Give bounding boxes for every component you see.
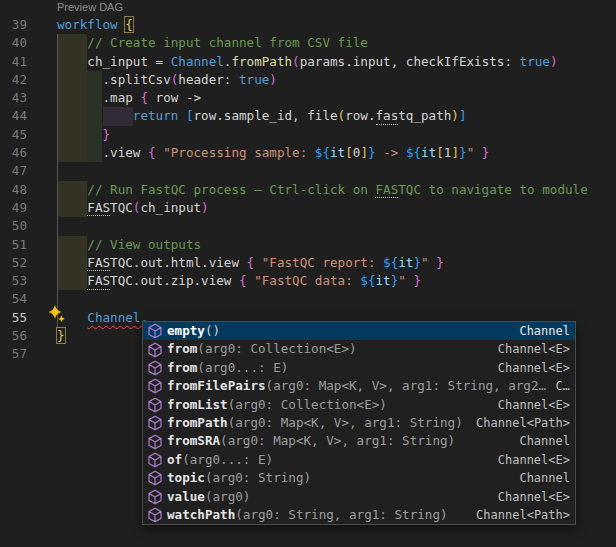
code-text: workflow { [57,17,133,32]
code-line [57,290,616,308]
suggestion-item[interactable]: fromFilePairs(arg0: Map<K, V>, arg1: Str… [143,377,575,395]
suggestion-type: C… [546,377,570,395]
code-text: // View outputs [57,237,201,252]
line-number: 48 [0,181,27,199]
line-number: 51 [0,236,27,254]
suggestion-label: value(arg0) [167,488,488,506]
gutter: 39404142434445464748495051525354555657 [0,16,27,364]
code-editor: Preview DAG 3940414243444546474849505152… [0,0,616,547]
code-text: .view { "Processing sample: ${it[0]} -> … [57,145,489,160]
line-number: 49 [0,199,27,217]
suggestion-item[interactable]: value(arg0)Channel<E> [143,488,575,506]
suggestion-label: fromPath(arg0: Map<K, V>, arg1: String) [167,414,466,432]
code-text: } [57,328,65,343]
suggestion-label: fromSRA(arg0: Map<K, V>, arg1: String) [167,432,509,450]
code-text: // Create input channel from CSV file [57,35,368,50]
suggestion-item[interactable]: fromList(arg0: Collection<E>)Channel<E> [143,396,575,414]
suggestion-item[interactable]: of(arg0...: E)Channel<E> [143,451,575,469]
suggestion-type: Channel [509,322,570,340]
method-cube-icon [147,452,163,468]
suggestion-type: Channel<Path> [466,414,570,432]
line-number: 53 [0,272,27,290]
code-line: .splitCsv(header: true) [57,71,616,89]
code-text: .splitCsv(header: true) [57,72,277,87]
suggestion-label: of(arg0...: E) [167,451,488,469]
suggestion-label: from(arg0: Collection<E>) [167,340,488,358]
line-number: 45 [0,126,27,144]
suggestion-type: Channel<E> [488,488,570,506]
code-line: FASTQC.out.zip.view { "FastQC data: ${it… [57,272,616,290]
suggestion-type: Channel<E> [488,340,570,358]
suggestion-label: from(arg0...: E) [167,359,488,377]
suggestion-type: Channel [509,432,570,450]
line-number: 50 [0,217,27,235]
line-number: 43 [0,89,27,107]
code-line: FASTQC(ch_input) [57,199,616,217]
suggestion-label: fromFilePairs(arg0: Map<K, V>, arg1: Str… [167,377,546,395]
code-text: } [57,127,110,142]
preview-dag-codelens[interactable]: Preview DAG [57,1,123,14]
method-cube-icon [147,434,163,450]
suggestion-item[interactable]: fromSRA(arg0: Map<K, V>, arg1: String)Ch… [143,432,575,450]
method-cube-icon [147,342,163,358]
code-line: ch_input = Channel.fromPath(params.input… [57,53,616,71]
code-text: FASTQC.out.html.view { "FastQC report: $… [57,255,444,270]
code-text: FASTQC.out.zip.view { "FastQC data: ${it… [57,273,421,288]
code-line: workflow { [57,16,616,34]
suggestion-label: watchPath(arg0: String, arg1: String) [167,506,466,524]
line-number: 44 [0,107,27,125]
code-text: // Run FastQC process – Ctrl-click on FA… [57,182,588,197]
suggestion-item[interactable]: from(arg0...: E)Channel<E> [143,359,575,377]
line-number: 41 [0,53,27,71]
autocomplete-widget: empty()Channelfrom(arg0: Collection<E>)C… [142,321,576,525]
method-cube-icon [147,507,163,523]
code-line [57,162,616,180]
method-cube-icon [147,323,163,339]
code-line: // Run FastQC process – Ctrl-click on FA… [57,181,616,199]
suggestion-label: fromList(arg0: Collection<E>) [167,396,488,414]
method-cube-icon [147,415,163,431]
method-cube-icon [147,489,163,505]
suggestion-item[interactable]: watchPath(arg0: String, arg1: String)Cha… [143,506,575,524]
suggestion-type: Channel<E> [488,396,570,414]
code-line: // View outputs [57,236,616,254]
code-line: // Create input channel from CSV file [57,34,616,52]
suggestion-item[interactable]: from(arg0: Collection<E>)Channel<E> [143,340,575,358]
code-text: FASTQC(ch_input) [57,200,209,215]
code-line: .view { "Processing sample: ${it[0]} -> … [57,144,616,162]
line-number: 47 [0,162,27,180]
method-cube-icon [147,470,163,486]
code-text: Channel. [57,310,148,325]
copilot-sparkle-icon[interactable] [46,304,68,326]
code-lines: workflow { // Create input channel from … [57,16,616,364]
line-number: 55 [0,309,27,327]
line-number: 46 [0,144,27,162]
line-number: 57 [0,345,27,363]
method-cube-icon [147,360,163,376]
suggestion-type: Channel<Path> [466,506,570,524]
method-cube-icon [147,378,163,394]
code-text: .map { row -> [57,90,201,105]
suggestion-label: topic(arg0: String) [167,469,509,487]
suggestion-type: Channel<E> [488,359,570,377]
code-text: return [row.sample_id, file(row.fastq_pa… [57,108,467,123]
code-line [57,217,616,235]
suggestion-item[interactable]: empty()Channel [143,322,575,340]
line-number: 52 [0,254,27,272]
suggestion-type: Channel<E> [488,451,570,469]
code-line: FASTQC.out.html.view { "FastQC report: $… [57,254,616,272]
line-number: 56 [0,327,27,345]
suggestion-item[interactable]: topic(arg0: String)Channel [143,469,575,487]
line-number: 42 [0,71,27,89]
suggestion-type: Channel [509,469,570,487]
suggestion-label: empty() [167,322,509,340]
code-line: .map { row -> [57,89,616,107]
code-text: ch_input = Channel.fromPath(params.input… [57,54,558,69]
line-number: 54 [0,290,27,308]
method-cube-icon [147,397,163,413]
line-number: 39 [0,16,27,34]
suggestion-item[interactable]: fromPath(arg0: Map<K, V>, arg1: String)C… [143,414,575,432]
code-line: } [57,126,616,144]
code-line: return [row.sample_id, file(row.fastq_pa… [57,107,616,125]
line-number: 40 [0,34,27,52]
